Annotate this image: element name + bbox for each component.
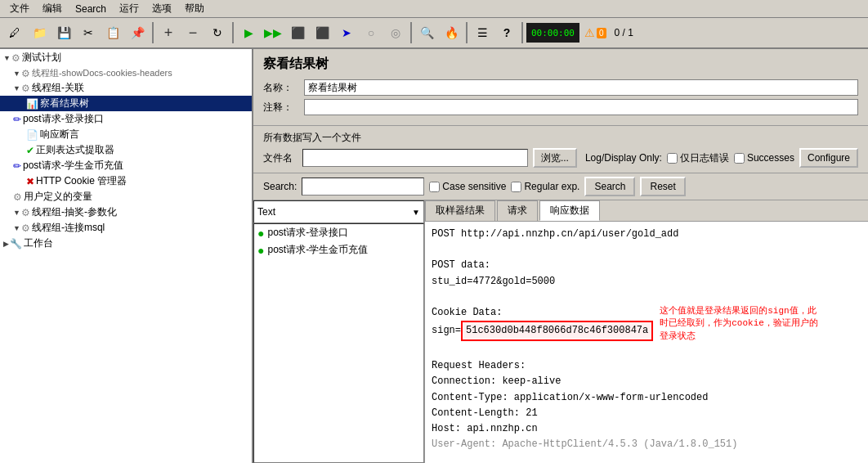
node10-label: 线程组-连接msql xyxy=(32,221,105,235)
tree-item-0[interactable]: ● post请求-登录接口 xyxy=(254,224,423,241)
tree-node-4[interactable]: 📄 响应断言 xyxy=(0,127,252,142)
tree-node-3[interactable]: ✏ post请求-登录接口 xyxy=(0,111,252,127)
file-section: 所有数据写入一个文件 文件名 浏览... Log/Display Only: 仅… xyxy=(253,126,868,173)
line-5: Cookie Data: xyxy=(432,305,653,321)
timer-display: 00:00:00 xyxy=(526,23,579,43)
comment-label: 注释： xyxy=(263,101,304,115)
tree-node-2[interactable]: 📊 察看结果树 xyxy=(0,96,252,111)
tab-sampler[interactable]: 取样器结果 xyxy=(425,200,495,221)
comment-row: 注释： xyxy=(263,99,858,115)
result-text: POST http://api.nnzhp.cn/api/user/gold_a… xyxy=(432,227,861,452)
log-display-label: Log/Display Only: xyxy=(585,152,662,164)
menu-help[interactable]: 帮助 xyxy=(178,0,211,17)
main-layout: ▼ ⚙ 测试计划 ▼ ⚙ 线程组-showDocs-cookies-header… xyxy=(0,49,868,463)
annotation-text: 这个值就是登录结果返回的sign值，此时已经取到，作为cookie，验证用户的登… xyxy=(660,305,823,343)
refresh-btn[interactable]: ↻ xyxy=(206,21,229,44)
list-btn[interactable]: ☰ xyxy=(471,21,494,44)
node6-label: post请求-学生金币充值 xyxy=(23,159,123,173)
flame-btn[interactable]: 🔥 xyxy=(440,21,463,44)
regular-exp-label[interactable]: Regular exp. xyxy=(511,181,579,192)
menu-edit[interactable]: 编辑 xyxy=(36,0,69,17)
send-btn[interactable]: ➤ xyxy=(335,21,358,44)
save-btn[interactable]: 💾 xyxy=(52,21,75,44)
clear2-btn[interactable]: ◎ xyxy=(384,21,407,44)
tree-node-11[interactable]: ▶ 🔧 工作台 xyxy=(0,236,252,251)
configure-btn[interactable]: Configure xyxy=(799,148,858,168)
line-10: Content-Type: application/x-www-form-url… xyxy=(432,390,861,406)
open-btn[interactable]: 📁 xyxy=(28,21,51,44)
node0-expand: ▼ xyxy=(13,70,20,78)
new-btn[interactable]: 🖊 xyxy=(3,21,26,44)
tab-response[interactable]: 响应数据 xyxy=(539,200,600,221)
only-log-checkbox[interactable] xyxy=(667,153,678,164)
result-area: 取样器结果 请求 响应数据 POST http://api.nnzhp.cn/a… xyxy=(425,200,868,463)
reset-btn[interactable]: Reset xyxy=(640,177,685,196)
pause-btn[interactable]: ⬛ xyxy=(286,21,309,44)
successes-label[interactable]: Successes xyxy=(734,152,794,164)
case-sensitive-checkbox[interactable] xyxy=(429,182,440,192)
menu-file[interactable]: 文件 xyxy=(3,0,36,17)
node4-label: 响应断言 xyxy=(40,128,79,142)
comment-input[interactable] xyxy=(304,99,858,115)
paste-btn[interactable]: 📌 xyxy=(126,21,149,44)
cut-btn[interactable]: ✂ xyxy=(77,21,100,44)
node1-expand: ▼ xyxy=(13,84,20,92)
node11-label: 工作台 xyxy=(24,236,53,250)
tree-node-1[interactable]: ▼ ⚙ 线程组-关联 xyxy=(0,80,252,96)
toolbar-sep-2 xyxy=(232,22,234,43)
menubar: 文件 编辑 Search 运行 选项 帮助 xyxy=(0,0,868,18)
tree-item-1[interactable]: ● post请求-学生金币充值 xyxy=(254,241,423,258)
node9-icon: ⚙ xyxy=(21,207,30,218)
file-input[interactable] xyxy=(302,149,528,167)
only-log-label[interactable]: 仅日志错误 xyxy=(667,151,729,165)
tree-node-8[interactable]: ⚙ 用户定义的变量 xyxy=(0,189,252,205)
line-7 xyxy=(432,343,861,358)
tree-node-10[interactable]: ▼ ⚙ 线程组-连接msql xyxy=(0,220,252,236)
search-btn[interactable]: Search xyxy=(584,177,635,196)
right-panel: 察看结果树 名称： 注释： 所有数据写入一个文件 文件名 浏览... Log/D… xyxy=(253,49,868,463)
node8-icon: ⚙ xyxy=(13,191,22,203)
node7-label: HTTP Cookie 管理器 xyxy=(36,174,127,188)
stop-btn[interactable]: ⬛ xyxy=(311,21,333,44)
text-panel: Text ▼ ● post请求-登录接口 ● post请求-学生金币充值 xyxy=(253,200,425,463)
tree-item-label-0: post请求-登录接口 xyxy=(267,226,348,240)
node2-icon: 📊 xyxy=(26,98,38,110)
help-icon-btn[interactable]: ? xyxy=(495,21,518,44)
add-btn[interactable]: + xyxy=(157,21,180,44)
tab-request[interactable]: 请求 xyxy=(497,200,538,221)
monitor-btn[interactable]: 🔍 xyxy=(415,21,438,44)
tree-root[interactable]: ▼ ⚙ 测试计划 xyxy=(0,49,252,66)
line-11: Content-Length: 21 xyxy=(432,406,861,421)
run-no-pause-btn[interactable]: ▶▶ xyxy=(262,21,284,44)
line-4 xyxy=(432,290,861,305)
tree-node-7[interactable]: ✖ HTTP Cookie 管理器 xyxy=(0,173,252,189)
copy-btn[interactable]: 📋 xyxy=(101,21,124,44)
menu-search[interactable]: Search xyxy=(69,2,113,16)
case-sensitive-label[interactable]: Case sensitive xyxy=(429,181,506,192)
successes-checkbox[interactable] xyxy=(734,153,745,164)
tree-node-0[interactable]: ▼ ⚙ 线程组-showDocs-cookies-headers xyxy=(0,66,252,80)
content-area: Text ▼ ● post请求-登录接口 ● post请求-学生金币充值 xyxy=(253,200,868,463)
cookie-left: Cookie Data: sign=51c630d0b448f8066d78c4… xyxy=(432,305,653,341)
tree-node-6[interactable]: ✏ post请求-学生金币充值 xyxy=(0,158,252,173)
line-6: sign=51c630d0b448f8066d78c46f300847a xyxy=(432,321,653,341)
line-1 xyxy=(432,242,861,258)
clear-btn[interactable]: ○ xyxy=(360,21,383,44)
text-dropdown[interactable]: Text ▼ xyxy=(253,200,424,223)
search-input[interactable] xyxy=(302,178,424,196)
regular-exp-checkbox[interactable] xyxy=(511,182,521,192)
tree-item-label-1: post请求-学生金币充值 xyxy=(267,243,368,257)
tree-node-5[interactable]: ✔ 正则表达式提取器 xyxy=(0,142,252,158)
browse-btn[interactable]: 浏览... xyxy=(533,148,577,168)
run-btn[interactable]: ▶ xyxy=(237,21,260,44)
root-label: 测试计划 xyxy=(22,51,61,65)
line-9: Connection: keep-alive xyxy=(432,374,861,389)
node10-expand: ▼ xyxy=(13,224,20,232)
file-label: 文件名 xyxy=(263,151,293,165)
remove-btn[interactable]: − xyxy=(181,21,204,44)
name-input[interactable] xyxy=(304,79,858,96)
tree-node-9[interactable]: ▼ ⚙ 线程组-抽奖-参数化 xyxy=(0,205,252,220)
file-note: 所有数据写入一个文件 xyxy=(263,131,858,145)
menu-options[interactable]: 选项 xyxy=(145,0,178,17)
menu-run[interactable]: 运行 xyxy=(113,0,145,17)
